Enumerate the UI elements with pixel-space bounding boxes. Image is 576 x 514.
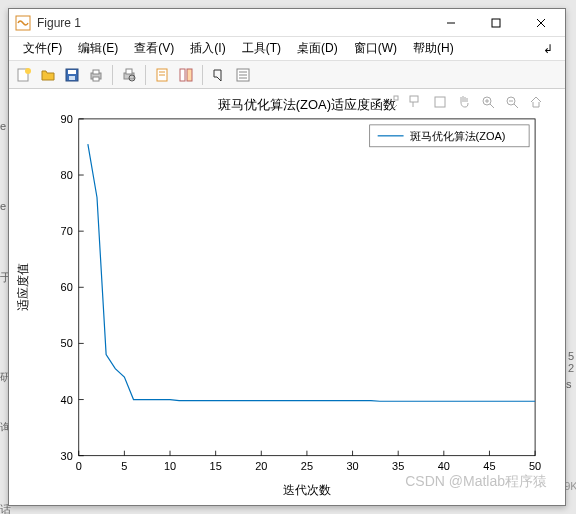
figure-window: Figure 1 文件(F) 编辑(E) 查看(V) 插入(I) 工具(T) 桌… (8, 8, 566, 506)
open-icon[interactable] (37, 64, 59, 86)
close-button[interactable] (518, 9, 563, 37)
svg-text:70: 70 (61, 225, 73, 237)
svg-rect-12 (93, 77, 99, 81)
svg-text:40: 40 (61, 394, 73, 406)
rotate-icon[interactable] (431, 93, 449, 111)
svg-line-33 (514, 104, 518, 108)
new-figure-icon[interactable] (13, 64, 35, 86)
toolbar (9, 61, 565, 89)
svg-rect-20 (187, 69, 192, 81)
zoom-out-icon[interactable] (503, 93, 521, 111)
svg-text:50: 50 (61, 337, 73, 349)
svg-point-6 (25, 68, 31, 74)
brush-icon[interactable] (383, 93, 401, 111)
svg-text:迭代次数: 迭代次数 (283, 483, 331, 497)
svg-text:50: 50 (529, 460, 541, 472)
svg-text:40: 40 (438, 460, 450, 472)
menu-help[interactable]: 帮助(H) (405, 38, 462, 59)
minimize-button[interactable] (428, 9, 473, 37)
title-bar: Figure 1 (9, 9, 565, 37)
menu-edit[interactable]: 编辑(E) (70, 38, 126, 59)
svg-text:30: 30 (346, 460, 358, 472)
svg-rect-35 (79, 119, 535, 456)
svg-rect-26 (410, 96, 418, 102)
svg-text:15: 15 (210, 460, 222, 472)
svg-rect-9 (69, 76, 75, 80)
menu-desktop[interactable]: 桌面(D) (289, 38, 346, 59)
svg-rect-2 (492, 19, 500, 27)
svg-text:30: 30 (61, 450, 73, 462)
svg-text:80: 80 (61, 169, 73, 181)
menu-window[interactable]: 窗口(W) (346, 38, 405, 59)
property-editor-icon[interactable] (232, 64, 254, 86)
edit-plot-arrow-icon[interactable] (208, 64, 230, 86)
pan-icon[interactable] (455, 93, 473, 111)
menu-tools[interactable]: 工具(T) (234, 38, 289, 59)
menu-overflow-icon[interactable]: ↲ (537, 40, 559, 58)
svg-text:适应度值: 适应度值 (16, 263, 30, 311)
svg-text:45: 45 (483, 460, 495, 472)
datatips-icon[interactable] (407, 93, 425, 111)
axes-toolbar (383, 93, 545, 111)
window-title: Figure 1 (37, 16, 428, 30)
svg-text:斑马优化算法(ZOA)适应度函数: 斑马优化算法(ZOA)适应度函数 (218, 97, 396, 112)
link-plot-icon[interactable] (151, 64, 173, 86)
svg-rect-27 (435, 97, 445, 107)
svg-text:20: 20 (255, 460, 267, 472)
svg-text:35: 35 (392, 460, 404, 472)
chart-canvas: 0510152025303540455030405060708090斑马优化算法… (9, 89, 565, 506)
menu-insert[interactable]: 插入(I) (182, 38, 233, 59)
svg-rect-11 (93, 70, 99, 74)
svg-text:25: 25 (301, 460, 313, 472)
svg-rect-19 (180, 69, 185, 81)
zoom-in-icon[interactable] (479, 93, 497, 111)
svg-rect-8 (68, 70, 76, 74)
menu-file[interactable]: 文件(F) (15, 38, 70, 59)
svg-rect-14 (126, 69, 132, 74)
maximize-button[interactable] (473, 9, 518, 37)
svg-rect-25 (394, 96, 398, 100)
svg-line-29 (490, 104, 494, 108)
svg-text:60: 60 (61, 281, 73, 293)
svg-text:5: 5 (121, 460, 127, 472)
print-preview-icon[interactable] (118, 64, 140, 86)
svg-text:斑马优化算法(ZOA): 斑马优化算法(ZOA) (410, 130, 506, 142)
save-icon[interactable] (61, 64, 83, 86)
app-icon (15, 15, 31, 31)
insert-colorbar-icon[interactable] (175, 64, 197, 86)
menu-bar: 文件(F) 编辑(E) 查看(V) 插入(I) 工具(T) 桌面(D) 窗口(W… (9, 37, 565, 61)
menu-view[interactable]: 查看(V) (126, 38, 182, 59)
svg-text:90: 90 (61, 113, 73, 125)
print-icon[interactable] (85, 64, 107, 86)
svg-text:10: 10 (164, 460, 176, 472)
plot-area: 0510152025303540455030405060708090斑马优化算法… (9, 89, 565, 505)
home-icon[interactable] (527, 93, 545, 111)
svg-text:0: 0 (76, 460, 82, 472)
